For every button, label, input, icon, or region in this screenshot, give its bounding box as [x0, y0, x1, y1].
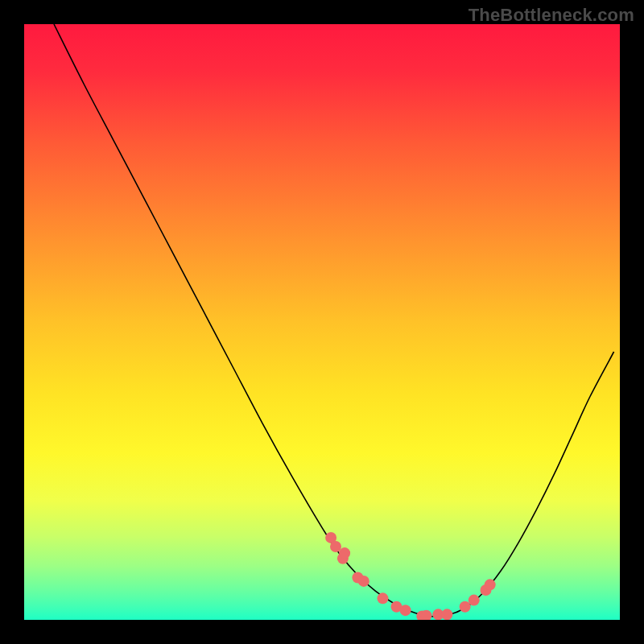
data-point [400, 605, 411, 616]
data-point [358, 576, 369, 587]
watermark-text: TheBottleneck.com [469, 5, 634, 26]
chart-frame: TheBottleneck.com [0, 0, 644, 644]
data-point [485, 579, 496, 590]
plot-area [24, 24, 620, 620]
data-point [377, 592, 388, 604]
data-point [469, 595, 480, 606]
data-point [441, 609, 452, 620]
data-point [339, 547, 350, 559]
points-layer [24, 24, 620, 620]
